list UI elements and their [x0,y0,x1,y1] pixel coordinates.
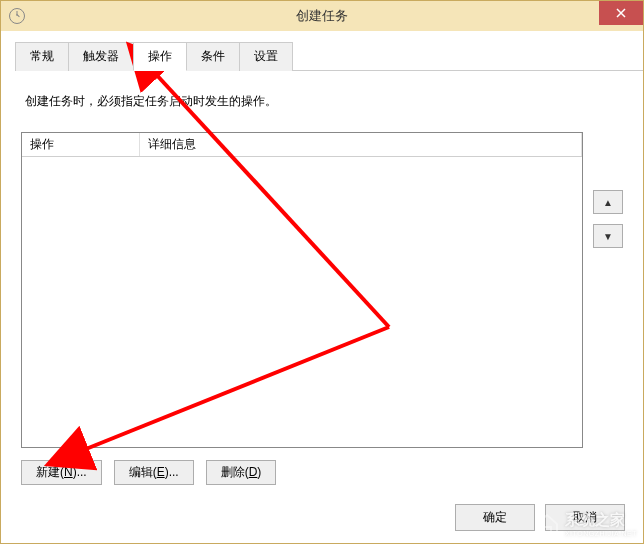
table-body[interactable] [22,157,582,447]
tab-body: 创建任务时，必须指定任务启动时发生的操作。 操作 详细信息 ▲ ▼ 新建(N).… [1,71,643,501]
action-button-row: 新建(N)... 编辑(E)... 删除(D) [21,460,623,485]
close-button[interactable] [599,1,643,25]
table-area: 操作 详细信息 ▲ ▼ [21,132,623,448]
watermark-subtext: XITONGZHIJIA.NET [565,530,637,537]
close-icon [616,8,626,18]
tab-actions[interactable]: 操作 [133,42,187,71]
table-header: 操作 详细信息 [22,133,582,157]
dialog-content: 常规 触发器 操作 条件 设置 创建任务时，必须指定任务启动时发生的操作。 操作… [1,31,643,543]
tab-conditions[interactable]: 条件 [186,42,240,71]
clock-icon [9,8,25,24]
tab-strip: 常规 触发器 操作 条件 设置 [15,41,643,71]
move-down-button[interactable]: ▼ [593,224,623,248]
tab-general[interactable]: 常规 [15,42,69,71]
instruction-text: 创建任务时，必须指定任务启动时发生的操作。 [25,93,623,110]
watermark: 系统之家 XITONGZHIJIA.NET [533,511,637,537]
tab-triggers[interactable]: 触发器 [68,42,134,71]
col-details[interactable]: 详细信息 [140,133,582,156]
actions-table[interactable]: 操作 详细信息 [21,132,583,448]
move-up-button[interactable]: ▲ [593,190,623,214]
window-title: 创建任务 [296,7,348,25]
ok-button[interactable]: 确定 [455,504,535,531]
new-button[interactable]: 新建(N)... [21,460,102,485]
edit-button[interactable]: 编辑(E)... [114,460,194,485]
dialog-window: 创建任务 常规 触发器 操作 条件 设置 创建任务时，必须指定任务启动时发生的操… [0,0,644,544]
titlebar: 创建任务 [1,1,643,31]
col-action[interactable]: 操作 [22,133,140,156]
watermark-text: 系统之家 [565,511,637,530]
delete-button[interactable]: 删除(D) [206,460,277,485]
house-icon [533,512,561,536]
tab-settings[interactable]: 设置 [239,42,293,71]
reorder-buttons: ▲ ▼ [593,190,623,248]
